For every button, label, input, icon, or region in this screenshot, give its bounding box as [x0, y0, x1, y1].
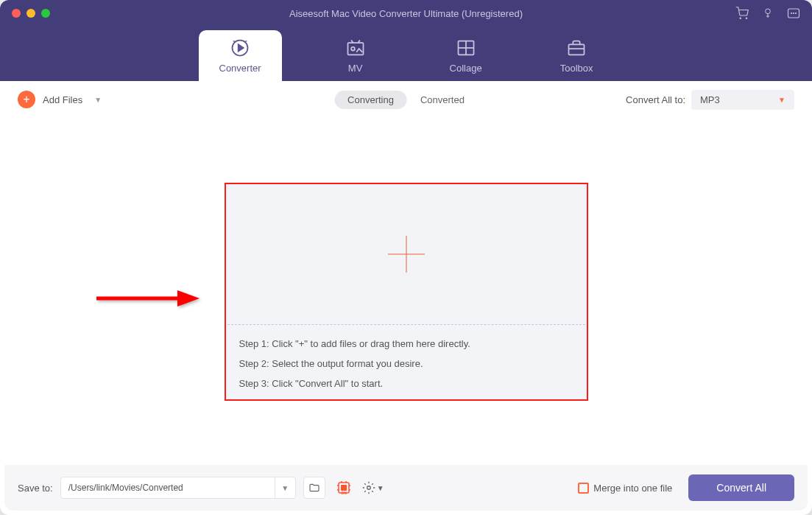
tab-converting[interactable]: Converting	[334, 91, 407, 109]
content-area: + Add Files ▼ Converting Converted Conve…	[4, 81, 808, 511]
title-bar: Aiseesoft Mac Video Converter Ultimate (…	[0, 0, 812, 27]
svg-point-10	[351, 47, 355, 51]
tab-label: Converter	[219, 63, 261, 74]
collage-icon	[456, 38, 476, 58]
drop-upper	[226, 184, 587, 324]
toolbox-icon	[566, 38, 587, 58]
main-nav: Converter MV Collage Toolbox	[0, 27, 812, 81]
window-controls	[12, 9, 50, 18]
gpu-acceleration-button[interactable]: ON	[333, 477, 355, 499]
checkbox-icon	[578, 483, 589, 494]
save-path-value: /Users/link/Movies/Converted	[61, 483, 275, 493]
merge-label: Merge into one file	[593, 483, 672, 494]
tab-mv[interactable]: MV	[319, 30, 392, 81]
step-text: Step 1: Click "+" to add files or drag t…	[239, 338, 573, 349]
convert-all-button[interactable]: Convert All	[688, 474, 794, 501]
svg-text:ON: ON	[341, 491, 347, 495]
step-text: Step 2: Select the output format you des…	[239, 358, 573, 369]
minimize-window-button[interactable]	[27, 9, 35, 18]
file-drop-zone[interactable]: Step 1: Click "+" to add files or drag t…	[225, 183, 588, 401]
svg-point-1	[746, 18, 747, 19]
svg-point-2	[766, 9, 771, 14]
save-path-field[interactable]: /Users/link/Movies/Converted ▼	[60, 477, 296, 499]
tab-converter[interactable]: Converter	[199, 30, 282, 81]
tab-collage[interactable]: Collage	[429, 30, 503, 81]
feedback-icon[interactable]	[787, 7, 800, 19]
arrow-annotation	[93, 287, 203, 309]
window-title: Aiseesoft Mac Video Converter Ultimate (…	[289, 8, 523, 19]
svg-point-0	[740, 18, 741, 19]
gear-icon	[362, 481, 375, 494]
convert-all-to-label: Convert All to:	[626, 94, 685, 105]
tab-label: Collage	[450, 63, 482, 74]
format-value: MP3	[700, 94, 720, 105]
merge-checkbox[interactable]: Merge into one file	[578, 483, 672, 494]
tab-label: Toolbox	[560, 63, 593, 74]
tab-toolbox[interactable]: Toolbox	[540, 30, 614, 81]
svg-point-27	[367, 486, 370, 490]
chevron-down-icon: ▼	[377, 484, 384, 492]
cart-icon[interactable]	[735, 7, 749, 20]
svg-rect-9	[347, 43, 363, 55]
svg-marker-17	[177, 290, 200, 306]
tab-converted[interactable]: Converted	[407, 91, 478, 109]
svg-point-4	[791, 13, 791, 13]
toolbar: + Add Files ▼ Converting Converted Conve…	[4, 81, 808, 118]
add-files-label: Add Files	[43, 94, 82, 105]
svg-point-6	[795, 13, 796, 13]
format-selector-group: Convert All to: MP3 ▼	[626, 90, 794, 110]
svg-rect-19	[341, 485, 347, 491]
maximize-window-button[interactable]	[41, 9, 50, 18]
footer-bar: Save to: /Users/link/Movies/Converted ▼ …	[4, 465, 808, 511]
svg-point-5	[793, 13, 794, 13]
chevron-down-icon[interactable]: ▼	[94, 96, 102, 104]
open-folder-button[interactable]	[303, 477, 325, 499]
main-workspace: Step 1: Click "+" to add files or drag t…	[4, 118, 808, 465]
tab-label: MV	[348, 63, 363, 74]
add-files-button[interactable]: + Add Files ▼	[18, 91, 102, 108]
svg-rect-14	[569, 44, 585, 55]
output-format-dropdown[interactable]: MP3 ▼	[691, 90, 794, 110]
settings-button[interactable]: ▼	[362, 481, 384, 494]
mv-icon	[345, 38, 366, 58]
app-window: Aiseesoft Mac Video Converter Ultimate (…	[0, 0, 812, 515]
header-actions	[735, 7, 800, 20]
add-file-plus-icon[interactable]	[388, 236, 425, 273]
step-text: Step 3: Click "Convert All" to start.	[239, 378, 573, 389]
key-icon[interactable]	[762, 7, 774, 19]
svg-marker-8	[239, 44, 244, 51]
converter-icon	[230, 38, 250, 58]
plus-icon: +	[18, 91, 35, 108]
chevron-down-icon[interactable]: ▼	[275, 477, 295, 498]
close-window-button[interactable]	[12, 9, 21, 18]
save-to-label: Save to:	[18, 483, 53, 494]
chevron-down-icon: ▼	[778, 96, 785, 104]
instructions: Step 1: Click "+" to add files or drag t…	[226, 325, 587, 399]
status-tabs: Converting Converted	[334, 91, 478, 109]
